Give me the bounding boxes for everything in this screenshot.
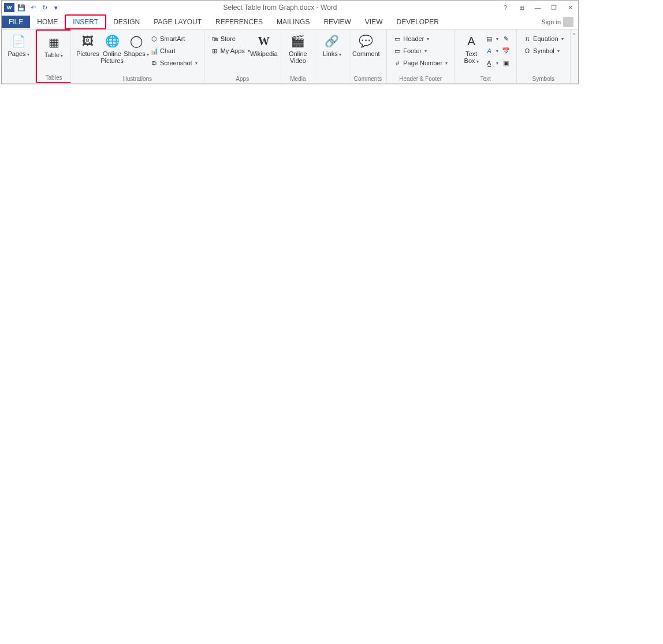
tables-group-label: Tables [42, 73, 66, 81]
sig-line-button[interactable]: ✎ [502, 33, 510, 44]
qat-save-icon[interactable]: 💾 [17, 3, 26, 12]
apps-group-label: Apps [209, 75, 276, 82]
qat-customize-icon[interactable]: ▾ [51, 3, 61, 12]
myapps-icon: ⊞ [211, 47, 219, 55]
store-icon: 🛍 [211, 35, 219, 43]
pages-button[interactable]: 📄Pages [6, 32, 31, 59]
hf-group-label: Header & Footer [392, 75, 449, 82]
object-icon: ▣ [502, 59, 510, 67]
window-title: Select Table from Graph.docx - Word [61, 3, 500, 12]
qat-undo-icon[interactable]: ↶ [28, 3, 38, 12]
tab-home[interactable]: HOME [30, 16, 65, 28]
wikipedia-button[interactable]: WWikipedia [252, 32, 276, 58]
collapse-ribbon-icon[interactable]: ^ [571, 29, 578, 83]
smartart-button[interactable]: ⬡SmartArt [150, 33, 198, 44]
footer-button[interactable]: ▭Footer [393, 45, 448, 57]
media-group-label: Media [286, 75, 310, 82]
wordart-button[interactable]: A [485, 45, 498, 57]
symbol-button[interactable]: ΩSymbol [523, 45, 563, 57]
tab-design[interactable]: DESIGN [106, 16, 147, 28]
titlebar: W 💾 ↶ ↻ ▾ Select Table from Graph.docx -… [2, 1, 578, 14]
tab-mailings[interactable]: MAILINGS [270, 16, 316, 28]
dropcap-icon: A̲ [485, 59, 493, 67]
tab-view[interactable]: VIEW [358, 16, 390, 28]
table-button[interactable]: ▦Table [42, 33, 66, 60]
header-icon: ▭ [393, 35, 401, 43]
video-icon: 🎬 [290, 33, 306, 49]
comments-group-label: Comments [354, 75, 382, 82]
links-icon: 🔗 [324, 33, 340, 49]
chart-button[interactable]: 📊Chart [150, 45, 198, 57]
online-pictures-icon: 🌐 [104, 33, 120, 49]
pagenum-icon: # [393, 59, 401, 67]
screenshot-icon: ⧉ [150, 59, 158, 67]
symbol-icon: Ω [523, 47, 531, 55]
close-icon[interactable]: ✕ [564, 4, 576, 12]
online-video-button[interactable]: 🎬Online Video [286, 32, 310, 65]
sigline-icon: ✎ [502, 35, 510, 43]
store-button[interactable]: 🛍Store [211, 33, 250, 44]
shapes-icon: ◯ [128, 33, 144, 49]
sign-in[interactable]: Sign in [537, 17, 578, 27]
wikipedia-icon: W [256, 33, 272, 49]
minimize-icon[interactable]: — [532, 4, 543, 12]
tab-insert[interactable]: INSERT [65, 14, 106, 29]
tab-review[interactable]: REVIEW [316, 16, 357, 28]
comment-button[interactable]: 💬Comment [354, 32, 378, 58]
tab-references[interactable]: REFERENCES [208, 16, 270, 28]
screenshot-button[interactable]: ⧉Screenshot [150, 57, 198, 69]
date-time-button[interactable]: 📅 [502, 45, 510, 57]
wordart-icon: A [485, 47, 493, 55]
page-number-button[interactable]: #Page Number [393, 57, 448, 69]
dropcap-button[interactable]: A̲ [485, 57, 498, 69]
equation-icon: π [523, 35, 531, 43]
avatar-icon [563, 17, 573, 27]
tab-file[interactable]: FILE [2, 16, 30, 28]
qat-redo-icon[interactable]: ↻ [40, 3, 49, 12]
word-icon: W [4, 3, 14, 12]
ribbon: 📄Pages ▦Table Tables 🖼Pictures 🌐Online P… [2, 29, 578, 84]
shapes-button[interactable]: ◯Shapes [124, 32, 148, 70]
illustrations-group-label: Illustrations [76, 75, 199, 82]
ribbon-tabs: FILE HOME INSERT DESIGN PAGE LAYOUT REFE… [2, 14, 578, 29]
links-button[interactable]: 🔗Links [320, 32, 344, 59]
quickparts-button[interactable]: ▤ [485, 33, 498, 44]
equation-button[interactable]: πEquation [523, 33, 563, 44]
textbox-icon: A [463, 33, 479, 49]
pictures-button[interactable]: 🖼Pictures [76, 32, 100, 70]
quickparts-icon: ▤ [485, 35, 493, 43]
text-box-button[interactable]: AText Box [459, 32, 483, 70]
chart-icon: 📊 [150, 47, 158, 55]
table-icon: ▦ [46, 34, 62, 50]
help-icon[interactable]: ? [500, 4, 511, 12]
restore-icon[interactable]: ❐ [548, 4, 560, 12]
object-button[interactable]: ▣ [502, 57, 510, 69]
myapps-button[interactable]: ⊞My Apps [211, 45, 250, 57]
symbols-group-label: Symbols [522, 75, 565, 82]
online-pictures-button[interactable]: 🌐Online Pictures [100, 32, 124, 70]
tab-developer[interactable]: DEVELOPER [389, 16, 445, 28]
datetime-icon: 📅 [502, 47, 510, 55]
footer-icon: ▭ [393, 47, 401, 55]
pictures-icon: 🖼 [80, 33, 96, 49]
pages-icon: 📄 [10, 33, 27, 49]
header-button[interactable]: ▭Header [393, 33, 448, 44]
smartart-icon: ⬡ [150, 35, 158, 43]
tab-page-layout[interactable]: PAGE LAYOUT [147, 16, 208, 28]
comment-icon: 💬 [358, 33, 374, 49]
text-group-label: Text [459, 75, 512, 82]
ribbon-display-icon[interactable]: ⊞ [516, 4, 527, 12]
